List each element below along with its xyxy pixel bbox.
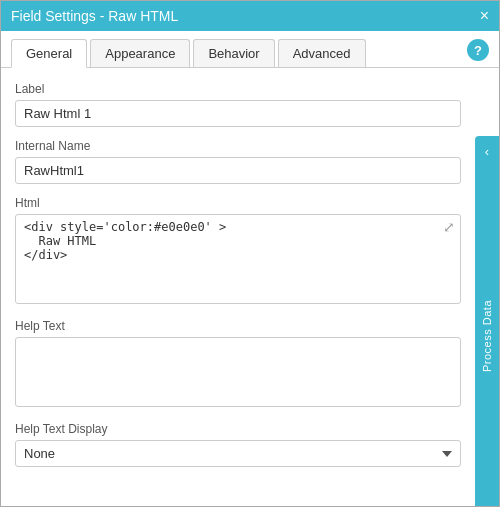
help-text-display-label: Help Text Display (15, 422, 461, 436)
label-field-group: Label (15, 82, 461, 127)
tab-advanced[interactable]: Advanced (278, 39, 366, 67)
process-data-label[interactable]: Process Data (475, 166, 499, 506)
field-settings-dialog: Field Settings - Raw HTML × ? General Ap… (0, 0, 500, 507)
help-text-display-select[interactable]: None Inline Tooltip (15, 440, 461, 467)
content-area: Label Internal Name Html ⤢ Help Text (1, 68, 499, 506)
tab-behavior[interactable]: Behavior (193, 39, 274, 67)
tab-general[interactable]: General (11, 39, 87, 68)
internal-name-label: Internal Name (15, 139, 461, 153)
right-sidebar: ‹ Process Data (475, 136, 499, 506)
help-button[interactable]: ? (467, 39, 489, 61)
html-area-container: ⤢ (15, 214, 461, 307)
html-field-label: Html (15, 196, 461, 210)
close-button[interactable]: × (480, 8, 489, 24)
internal-name-field-group: Internal Name (15, 139, 461, 184)
main-body: Label Internal Name Html ⤢ Help Text (1, 68, 499, 506)
help-text-textarea[interactable] (15, 337, 461, 407)
expand-icon[interactable]: ⤢ (443, 220, 455, 234)
html-textarea[interactable] (15, 214, 461, 304)
tab-appearance[interactable]: Appearance (90, 39, 190, 67)
html-field-group: Html ⤢ (15, 196, 461, 307)
tabs-bar: General Appearance Behavior Advanced (1, 31, 499, 68)
dialog-title: Field Settings - Raw HTML (11, 8, 178, 24)
internal-name-input[interactable] (15, 157, 461, 184)
title-bar: Field Settings - Raw HTML × (1, 1, 499, 31)
sidebar-collapse-button[interactable]: ‹ (475, 136, 499, 166)
help-text-label: Help Text (15, 319, 461, 333)
label-field-label: Label (15, 82, 461, 96)
help-text-field-group: Help Text (15, 319, 461, 410)
help-text-display-group: Help Text Display None Inline Tooltip (15, 422, 461, 467)
label-input[interactable] (15, 100, 461, 127)
